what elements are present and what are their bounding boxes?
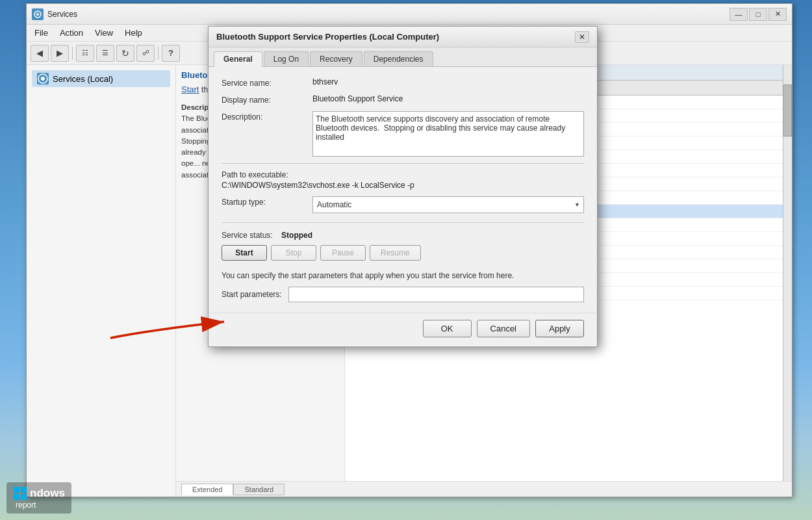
path-value: C:\WINDOWS\system32\svchost.exe -k Local…: [222, 181, 414, 190]
toolbar-export[interactable]: ☍: [136, 45, 155, 62]
title-bar-controls: — □ ✕: [730, 8, 787, 21]
wr-top: ndows: [13, 486, 65, 500]
toolbar-forward[interactable]: ▶: [51, 45, 69, 62]
dialog-footer: OK Cancel Apply: [209, 313, 597, 346]
close-button[interactable]: ✕: [768, 8, 787, 21]
display-name-label: Display name:: [222, 94, 312, 105]
properties-dialog: Bluetooth Support Service Properties (Lo…: [208, 26, 598, 347]
menu-view[interactable]: View: [90, 27, 118, 39]
startup-type-select[interactable]: Automatic Automatic (Delayed Start) Manu…: [312, 196, 584, 213]
ok-button[interactable]: OK: [423, 320, 472, 337]
startup-type-select-wrapper: Automatic Automatic (Delayed Start) Manu…: [312, 196, 584, 213]
tab-standard[interactable]: Standard: [233, 484, 285, 495]
field-row-path: Path to executable: C:\WINDOWS\system32\…: [222, 169, 584, 190]
toolbar-list-view[interactable]: ☷: [76, 45, 94, 62]
toolbar-back[interactable]: ◀: [31, 45, 49, 62]
svg-rect-8: [21, 494, 27, 500]
services-window-icon: [32, 8, 44, 20]
windows-icon: [13, 486, 27, 500]
cancel-button[interactable]: Cancel: [477, 320, 530, 337]
svg-point-1: [36, 13, 39, 16]
services-window-title: Services: [47, 10, 730, 19]
dialog-title-bar: Bluetooth Support Service Properties (Lo…: [209, 27, 597, 47]
svg-point-3: [41, 77, 45, 81]
params-row: Start parameters:: [222, 287, 584, 302]
dialog-close-button[interactable]: ✕: [575, 31, 589, 43]
dialog-content: Service name: bthserv Display name: Blue…: [209, 67, 597, 313]
wr-logo: ndows report: [13, 486, 65, 510]
params-note: You can specify the start parameters tha…: [222, 270, 584, 281]
sidebar: Services (Local): [27, 65, 176, 497]
status-tabs: Extended Standard: [181, 484, 285, 495]
toolbar-refresh[interactable]: ↻: [116, 45, 134, 62]
toolbar-separator-1: [72, 47, 73, 60]
action-buttons: Start Stop Pause Resume: [222, 245, 584, 261]
field-row-startup: Startup type: Automatic Automatic (Delay…: [222, 196, 584, 213]
description-label: Description:: [222, 111, 312, 122]
apply-button[interactable]: Apply: [535, 320, 584, 337]
wr-brand-name: ndows: [30, 487, 65, 500]
windows-report-logo: ndows report: [6, 482, 71, 514]
path-label: Path to executable:: [222, 169, 312, 179]
params-input[interactable]: [288, 287, 584, 302]
service-name-label: Service name:: [222, 77, 312, 88]
divider-1: [222, 163, 584, 164]
pause-button[interactable]: Pause: [320, 245, 366, 261]
wr-brand-subtitle: report: [13, 500, 36, 510]
minimize-button[interactable]: —: [730, 8, 748, 21]
svg-rect-6: [21, 487, 27, 493]
menu-help[interactable]: Help: [120, 27, 147, 39]
stop-button[interactable]: Stop: [271, 245, 316, 261]
services-scrollbar[interactable]: [783, 65, 792, 481]
scrollbar-thumb[interactable]: [783, 84, 792, 136]
svg-rect-7: [14, 494, 19, 500]
sidebar-item-services-local[interactable]: Services (Local): [32, 70, 170, 87]
dialog-tabs: General Log On Recovery Dependencies: [209, 47, 597, 67]
tab-logon[interactable]: Log On: [264, 51, 309, 66]
desc-start-link[interactable]: Start: [181, 84, 199, 94]
tab-extended[interactable]: Extended: [181, 484, 233, 495]
sidebar-item-label: Services (Local): [53, 74, 113, 84]
toolbar-details[interactable]: ☰: [96, 45, 114, 62]
startup-type-label: Startup type:: [222, 196, 312, 207]
tab-general[interactable]: General: [214, 51, 262, 67]
service-status-section: Service status: Stopped Start Stop Pause…: [222, 231, 584, 261]
menu-action[interactable]: Action: [55, 27, 88, 39]
menu-file[interactable]: File: [29, 27, 53, 39]
tab-recovery[interactable]: Recovery: [310, 51, 362, 66]
start-button[interactable]: Start: [222, 245, 267, 261]
toolbar-separator-2: [158, 47, 159, 60]
field-row-service-name: Service name: bthserv: [222, 77, 584, 88]
resume-button[interactable]: Resume: [370, 245, 421, 261]
params-label: Start parameters:: [222, 290, 282, 299]
dialog-title: Bluetooth Support Service Properties (Lo…: [216, 32, 575, 42]
service-name-value: bthserv: [312, 77, 584, 86]
field-row-description: Description: The Bluetooth service suppo…: [222, 111, 584, 157]
display-name-value: Bluetooth Support Service: [312, 94, 584, 103]
service-status-row: Service status: Stopped: [222, 231, 584, 240]
maximize-button[interactable]: □: [749, 8, 767, 21]
services-title-bar: Services — □ ✕: [27, 4, 792, 25]
service-status-label: Service status:: [222, 231, 273, 240]
sidebar-icon: [37, 73, 49, 84]
field-row-display-name: Display name: Bluetooth Support Service: [222, 94, 584, 105]
toolbar-help[interactable]: ?: [162, 45, 180, 62]
divider-2: [222, 222, 584, 223]
tab-dependencies[interactable]: Dependencies: [364, 51, 433, 66]
description-textarea[interactable]: The Bluetooth service supports discovery…: [312, 111, 584, 157]
status-bar: Extended Standard: [176, 481, 792, 497]
service-status-value: Stopped: [281, 231, 312, 240]
svg-rect-5: [14, 487, 19, 493]
